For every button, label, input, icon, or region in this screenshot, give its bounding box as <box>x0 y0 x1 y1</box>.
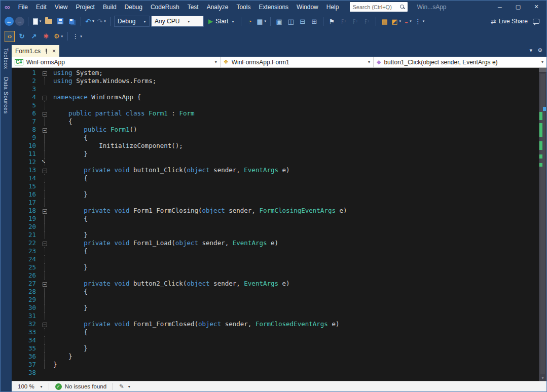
test-runner-icon[interactable]: ✱ <box>41 31 51 42</box>
object-browser-icon[interactable]: ◫ <box>286 16 296 27</box>
code-line-9[interactable]: 9 { <box>15 134 539 142</box>
type-dropdown[interactable]: ❖ WinFormsApp.Form1 ▾ <box>221 57 374 67</box>
solution-configurations-combo[interactable]: Debug▾ <box>114 16 150 27</box>
refresh-icon[interactable]: ↻ <box>17 31 27 42</box>
coderush-settings-icon[interactable]: ⚙▾ <box>53 31 63 42</box>
document-health-indicator[interactable]: ✓ No issues found <box>51 383 111 390</box>
fold-collapse-control[interactable]: − <box>40 69 49 77</box>
coderush-organizer-icon[interactable]: ▤ <box>380 16 390 27</box>
code-line-31[interactable]: 31 <box>15 312 539 320</box>
coderush-visualize-icon[interactable]: ◒▾ <box>403 16 413 27</box>
vertical-scrollbar[interactable]: ▾ <box>539 68 546 381</box>
code-line-5[interactable]: 5 <box>15 101 539 109</box>
code-line-2[interactable]: 2using System.Windows.Forms; <box>15 77 539 85</box>
scrollbar-down-arrow[interactable]: ▾ <box>539 376 546 380</box>
code-line-14[interactable]: 14 { <box>15 174 539 182</box>
code-line-32[interactable]: 32− private void Form1_FormClosed(object… <box>15 320 539 328</box>
menu-window[interactable]: Window <box>293 2 322 13</box>
code-line-8[interactable]: 8− public Form1() <box>15 126 539 134</box>
chevron-down-icon[interactable]: ▾ <box>530 47 533 54</box>
navigate-back-icon[interactable]: ← <box>5 17 14 26</box>
profiler-icon[interactable]: ◔ <box>245 16 255 27</box>
undo-icon[interactable]: ↶▾ <box>85 16 95 27</box>
code-line-34[interactable]: 34 <box>15 336 539 344</box>
code-editor[interactable]: 1−using System;2using System.Windows.For… <box>12 68 546 381</box>
bookmark-icon[interactable]: ⚑ <box>327 16 337 27</box>
code-line-23[interactable]: 23 { <box>15 247 539 255</box>
code-line-18[interactable]: 18− private void Form1_FormClosing(objec… <box>15 207 539 215</box>
code-area[interactable]: 1−using System;2using System.Windows.For… <box>12 68 539 381</box>
scrollbar-splitter-handle[interactable] <box>539 68 546 72</box>
pin-icon[interactable] <box>44 49 49 54</box>
code-line-20[interactable]: 20 <box>15 223 539 231</box>
code-line-4[interactable]: 4−namespace WinFormsApp { <box>15 93 539 101</box>
member-dropdown[interactable]: ◆ button1_Click(object sender, EventArgs… <box>374 57 546 67</box>
fold-collapse-control[interactable]: − <box>40 166 49 174</box>
fold-collapse-control[interactable]: − <box>40 320 49 328</box>
preview-icon[interactable]: ▦▾ <box>257 16 267 27</box>
feedback-icon[interactable] <box>533 19 539 24</box>
code-line-38[interactable]: 38 <box>15 369 539 377</box>
save-icon[interactable] <box>55 16 65 27</box>
code-line-1[interactable]: 1−using System; <box>15 69 539 77</box>
tab-form1cs[interactable]: Form1.cs × <box>12 45 59 57</box>
fold-collapse-control[interactable]: − <box>40 239 49 247</box>
open-file-icon[interactable] <box>44 16 54 27</box>
gear-icon[interactable]: ⚙ <box>537 47 542 54</box>
code-line-19[interactable]: 19 { <box>15 215 539 223</box>
menu-edit[interactable]: Edit <box>32 2 51 13</box>
code-line-30[interactable]: 30 } <box>15 304 539 312</box>
collapse-outline-icon[interactable]: ⊟ <box>298 16 308 27</box>
menu-tools[interactable]: Tools <box>232 2 254 13</box>
code-line-13[interactable]: 13− private void button1_Click(object se… <box>15 166 539 174</box>
code-line-33[interactable]: 33 { <box>15 328 539 336</box>
fold-collapse-control[interactable]: − <box>40 93 49 101</box>
code-line-12[interactable]: 12 <box>15 158 539 166</box>
expand-outline-icon[interactable]: ⊞ <box>309 16 319 27</box>
code-line-3[interactable]: 3 <box>15 85 539 93</box>
project-dropdown[interactable]: C# WinFormsApp ▾ <box>12 57 221 67</box>
sidebar-tab-data-sources[interactable]: Data Sources <box>3 77 9 114</box>
toolbar2-overflow-icon[interactable]: ⋮▾ <box>72 31 82 42</box>
code-line-27[interactable]: 27− private void button2_Click(object se… <box>15 280 539 288</box>
class-view-icon[interactable]: ▣ <box>274 16 284 27</box>
code-view-icon[interactable]: ‹› <box>5 31 15 42</box>
code-line-37[interactable]: 37} <box>15 361 539 369</box>
code-line-35[interactable]: 35 } <box>15 344 539 352</box>
fold-collapse-control[interactable]: − <box>40 207 49 215</box>
save-all-icon[interactable] <box>67 16 77 27</box>
code-cleanup-button[interactable]: ✎ ▾ <box>115 383 134 390</box>
code-line-21[interactable]: 21 } <box>15 231 539 239</box>
toolbar-overflow-icon[interactable]: ⋮▾ <box>415 16 425 27</box>
redo-icon[interactable]: ↷▾ <box>96 16 106 27</box>
previous-bookmark-icon[interactable]: ⚐ <box>339 16 349 27</box>
menu-coderush[interactable]: CodeRush <box>147 2 184 13</box>
code-line-16[interactable]: 16 } <box>15 190 539 199</box>
code-line-15[interactable]: 15 <box>15 182 539 190</box>
menu-view[interactable]: View <box>51 2 72 13</box>
fold-collapse-control[interactable]: − <box>40 280 49 288</box>
navigate-menu-icon[interactable]: ↗ <box>29 31 39 42</box>
sidebar-tab-toolbox[interactable]: Toolbox <box>3 48 9 69</box>
zoom-control[interactable]: 100 % ▾ <box>14 383 47 389</box>
menu-debug[interactable]: Debug <box>121 2 147 13</box>
close-icon[interactable]: × <box>52 48 56 55</box>
menu-help[interactable]: Help <box>322 2 343 13</box>
menu-build[interactable]: Build <box>99 2 121 13</box>
code-line-26[interactable]: 26 <box>15 271 539 280</box>
live-share-button[interactable]: ⇄ Live Share <box>491 18 528 25</box>
close-button[interactable]: ✕ <box>527 1 545 13</box>
code-line-17[interactable]: 17 <box>15 199 539 207</box>
quick-launch-search[interactable]: Search (Ctrl+Q) <box>350 2 408 12</box>
code-line-28[interactable]: 28 { <box>15 288 539 296</box>
solution-platforms-combo[interactable]: Any CPU▾ <box>151 16 204 27</box>
code-line-22[interactable]: 22− private void Form1_Load(object sende… <box>15 239 539 247</box>
new-file-icon[interactable]: ▾ <box>32 16 42 27</box>
menu-extensions[interactable]: Extensions <box>254 2 293 13</box>
code-line-6[interactable]: 6− public partial class Form1 : Form <box>15 109 539 117</box>
next-bookmark-icon[interactable]: ⚐ <box>350 16 360 27</box>
fold-collapse-control[interactable]: − <box>40 126 49 134</box>
start-debugging-button[interactable]: ▶Start▾ <box>205 16 237 27</box>
clear-bookmarks-icon[interactable]: ⚐ <box>362 16 372 27</box>
minimize-button[interactable]: ─ <box>491 1 509 13</box>
